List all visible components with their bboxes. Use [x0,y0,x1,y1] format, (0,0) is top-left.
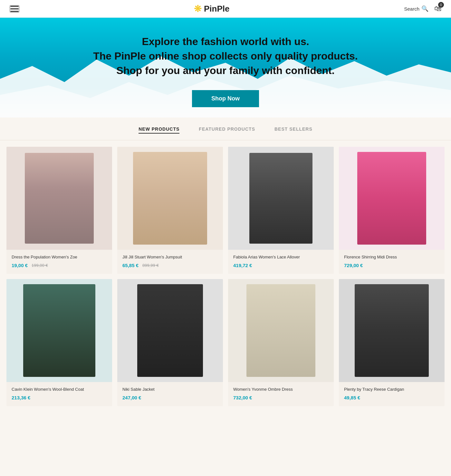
shop-now-button[interactable]: Shop Now [192,90,259,107]
price-current-2: 65,85 € [122,263,139,268]
hamburger-line-1 [10,6,19,7]
logo-text: PinPle [204,4,229,14]
hamburger-line-3 [10,11,19,12]
hero-headline: Explore the fashion world with us. The P… [93,34,358,78]
product-name-4: Florence Shirring Midi Dress [344,254,439,260]
price-current-8: 49,85 € [344,395,360,400]
product-name-7: Women's Yvonme Ombre Dress [233,387,329,392]
product-figure-8 [355,284,429,377]
product-name-2: Jill Jill Stuart Women's Jumpsuit [122,254,218,260]
search-button[interactable]: Search 🔍 [404,5,428,12]
price-current-5: 213,36 € [12,395,30,400]
header-left [10,5,19,13]
product-image-6 [117,279,223,382]
tab-featured-products[interactable]: FEATURED PRODUCTS [199,126,255,134]
product-info-4: Florence Shirring Midi Dress 729,00 € [339,250,445,274]
products-section: Dress the Population Women's Zoe 19,00 €… [0,140,451,419]
product-card-2[interactable]: Jill Jill Stuart Women's Jumpsuit 65,85 … [117,147,223,274]
product-name-3: Fabiola Arias Women's Lace Allover [233,254,329,260]
product-card-3[interactable]: Fabiola Arias Women's Lace Allover 419,7… [228,147,334,274]
product-image-5 [6,279,112,382]
product-name-1: Dress the Population Women's Zoe [12,254,107,260]
product-figure-2 [133,152,207,245]
price-original-2: 899,99 € [142,263,159,268]
product-figure-3 [249,153,313,244]
cart-badge: 0 [438,2,444,8]
product-image-3 [228,147,334,250]
product-image-7 [228,279,334,382]
price-current-1: 19,00 € [12,263,28,268]
hero-section: Explore the fashion world with us. The P… [0,18,451,117]
hero-text: Explore the fashion world with us. The P… [93,34,358,107]
product-image-2 [117,147,223,250]
logo-icon: ❊ [194,4,201,14]
product-prices-8: 49,85 € [344,395,439,400]
price-current-4: 729,00 € [344,263,363,268]
search-label: Search [404,6,419,12]
search-icon: 🔍 [421,5,428,12]
product-card-5[interactable]: Cavin Klein Women's Wool-Blend Coat 213,… [6,279,112,406]
product-figure-6 [137,284,203,377]
price-current-3: 419,72 € [233,263,252,268]
logo[interactable]: ❊ PinPle [194,4,229,14]
product-card-1[interactable]: Dress the Population Women's Zoe 19,00 €… [6,147,112,274]
product-info-7: Women's Yvonme Ombre Dress 732,00 € [228,382,334,406]
product-info-6: Niki Sable Jacket 247,00 € [117,382,223,406]
product-prices-6: 247,00 € [122,395,218,400]
product-info-8: Plenty by Tracy Reese Cardigan 49,85 € [339,382,445,406]
price-original-1: 199,00 € [32,263,48,268]
product-name-5: Cavin Klein Women's Wool-Blend Coat [12,387,107,392]
product-prices-4: 729,00 € [344,263,439,268]
product-prices-3: 419,72 € [233,263,329,268]
cart-button[interactable]: 🛍 0 [434,5,441,13]
header-right: Search 🔍 🛍 0 [404,5,441,13]
price-current-6: 247,00 € [122,395,141,400]
product-name-6: Niki Sable Jacket [122,387,218,392]
product-info-1: Dress the Population Women's Zoe 19,00 €… [6,250,112,274]
price-current-7: 732,00 € [233,395,252,400]
products-grid: Dress the Population Women's Zoe 19,00 €… [6,147,445,406]
main-header: ❊ PinPle Search 🔍 🛍 0 [0,0,451,18]
product-card-4[interactable]: Florence Shirring Midi Dress 729,00 € [339,147,445,274]
hamburger-line-2 [10,8,19,9]
product-tabs: NEW PRODUCTS FEATURED PRODUCTS BEST SELL… [0,117,451,140]
product-name-8: Plenty by Tracy Reese Cardigan [344,387,439,392]
product-prices-5: 213,36 € [12,395,107,400]
product-info-3: Fabiola Arias Women's Lace Allover 419,7… [228,250,334,274]
tab-new-products[interactable]: NEW PRODUCTS [139,126,179,134]
product-prices-2: 65,85 € 899,99 € [122,263,218,268]
product-card-6[interactable]: Niki Sable Jacket 247,00 € [117,279,223,406]
tab-best-sellers[interactable]: BEST SELLERS [274,126,312,134]
product-figure-7 [246,284,315,377]
product-figure-5 [23,284,95,377]
product-image-4 [339,147,445,250]
product-figure-1 [25,153,93,244]
product-info-5: Cavin Klein Women's Wool-Blend Coat 213,… [6,382,112,406]
product-image-8 [339,279,445,382]
product-figure-4 [357,152,426,245]
product-prices-1: 19,00 € 199,00 € [12,263,107,268]
product-prices-7: 732,00 € [233,395,329,400]
product-image-1 [6,147,112,250]
product-card-7[interactable]: Women's Yvonme Ombre Dress 732,00 € [228,279,334,406]
product-card-8[interactable]: Plenty by Tracy Reese Cardigan 49,85 € [339,279,445,406]
product-info-2: Jill Jill Stuart Women's Jumpsuit 65,85 … [117,250,223,274]
hamburger-menu[interactable] [10,5,19,13]
